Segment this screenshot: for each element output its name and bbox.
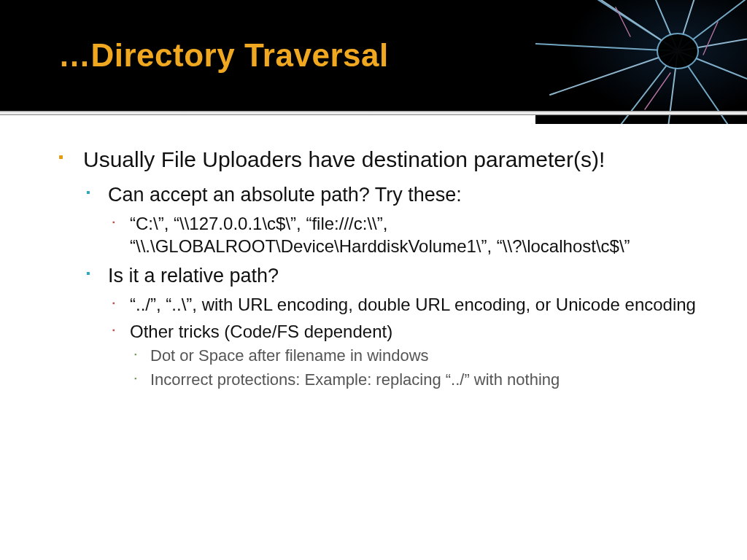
slide-title: …Directory Traversal [58,37,389,74]
svg-rect-0 [535,0,747,124]
bullet-l4: Incorrect protections: Example: replacin… [130,370,703,391]
slide: …Directory Traversal [0,0,747,560]
bullet-text: Dot or Space after filename in windows [150,346,429,365]
bullet-text: Is it a relative path? [108,265,279,287]
broken-glass-icon [535,0,747,124]
bullet-l1: Usually File Uploaders have destination … [58,146,703,391]
bullet-text: Can accept an absolute path? Try these: [108,184,462,206]
bullet-text: “../”, “..\”, with URL encoding, double … [130,295,696,314]
bullet-l4: Dot or Space after filename in windows [130,346,703,367]
header-divider [0,111,747,115]
bullet-text: Usually File Uploaders have destination … [83,147,605,171]
slide-header: …Directory Traversal [0,0,747,111]
svg-point-1 [657,34,698,69]
slide-body: Usually File Uploaders have destination … [0,111,747,391]
bullet-l3: Other tricks (Code/FS dependent) Dot or … [108,320,703,390]
bullet-l2: Can accept an absolute path? Try these: … [83,182,703,257]
bullet-l3: “../”, “..\”, with URL encoding, double … [108,293,703,316]
bullet-text: Other tricks (Code/FS dependent) [130,322,392,341]
bullet-text: Incorrect protections: Example: replacin… [150,370,560,389]
bullet-l3: “C:\”, “\\127.0.0.1\c$\”, “file:///c:\\”… [108,212,703,257]
bullet-l2: Is it a relative path? “../”, “..\”, wit… [83,263,703,391]
bullet-text: “C:\”, “\\127.0.0.1\c$\”, “file:///c:\\”… [130,214,630,256]
